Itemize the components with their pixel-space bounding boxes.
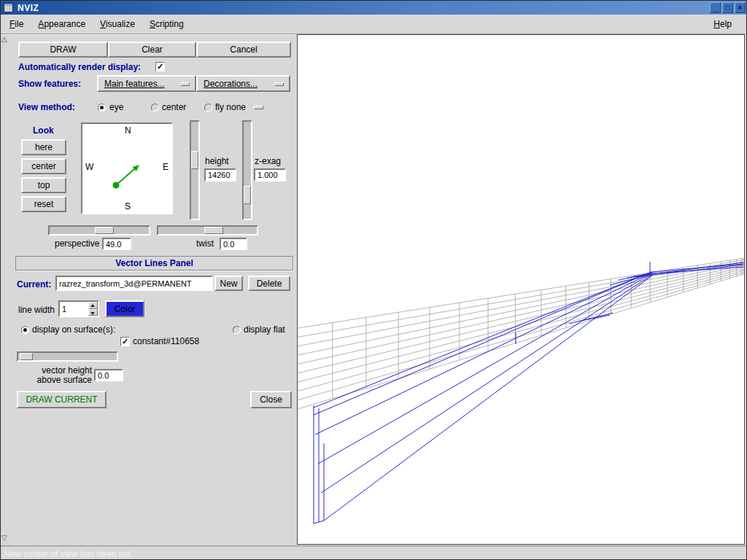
scroll-down-icon[interactable]: ▽ [1, 534, 7, 542]
look-reset-button[interactable]: reset [21, 196, 66, 212]
current-label: Current: [17, 279, 51, 289]
auto-render-label: Automatically render display: [18, 62, 141, 72]
surface-checkbox-label[interactable]: constant#110658 [133, 336, 199, 346]
perspective-entry[interactable]: 49.0 [102, 238, 131, 250]
spin-up-icon[interactable] [88, 302, 98, 309]
perspective-label: perspective [55, 238, 99, 249]
view-method-center-label[interactable]: center [162, 102, 186, 112]
draw-current-button[interactable]: DRAW CURRENT [17, 391, 107, 408]
terrain-wireframe [298, 35, 744, 544]
look-top-button[interactable]: top [21, 177, 66, 193]
panel-scroll-strip[interactable]: △ ▽ [1, 34, 10, 545]
spin-down-icon[interactable] [88, 309, 98, 316]
main-features-menubutton[interactable]: Main features... [97, 75, 196, 92]
color-button[interactable]: Color [105, 300, 144, 317]
maximize-button[interactable]: □ [722, 2, 733, 13]
line-width-label: line width [18, 305, 55, 315]
height-slider-thumb[interactable] [191, 151, 198, 169]
current-vector-entry[interactable]: razrez_transform_3d@PERMANENT [55, 276, 213, 291]
perspective-slider-thumb[interactable] [95, 227, 114, 234]
show-features-label: Show features: [18, 79, 81, 89]
twist-slider-thumb[interactable] [204, 227, 223, 234]
display-flat-radio[interactable] [233, 326, 241, 334]
look-center-button[interactable]: center [21, 158, 66, 174]
menu-file[interactable]: File [4, 17, 29, 31]
scroll-up-icon[interactable]: △ [1, 35, 7, 43]
zexag-label: z-exag [255, 156, 281, 166]
twist-slider[interactable] [157, 225, 258, 236]
view-method-label: View method: [18, 102, 75, 112]
draw-button[interactable]: DRAW [18, 42, 108, 58]
line-width-spinner[interactable]: 1 [58, 300, 99, 317]
vector-height-label-line1: vector height [30, 365, 92, 376]
close-button[interactable]: × [735, 2, 746, 13]
view-method-center-radio[interactable] [151, 104, 159, 112]
twist-entry[interactable]: 0.0 [220, 238, 247, 250]
menu-help[interactable]: Help [708, 17, 738, 31]
delete-button[interactable]: Delete [248, 276, 290, 291]
status-message: New center of view has been set [4, 549, 130, 559]
zexag-slider-thumb[interactable] [244, 186, 251, 204]
nviz-window: NVIZ _ □ × File Appearance Visualize Scr… [0, 0, 747, 560]
menu-appearance[interactable]: Appearance [32, 17, 91, 31]
titlebar[interactable]: NVIZ _ □ × [1, 1, 747, 15]
zexag-entry[interactable]: 1.000 [254, 168, 286, 182]
view-method-fly-label[interactable]: fly none [215, 102, 246, 112]
vector-height-slider-thumb[interactable] [20, 353, 33, 360]
menu-scripting[interactable]: Scripting [144, 17, 190, 31]
line-width-value: 1 [60, 302, 88, 316]
display-on-surfaces-label[interactable]: display on surface(s): [32, 324, 115, 335]
cancel-button[interactable]: Cancel [196, 42, 291, 58]
menu-indicator-icon [274, 82, 284, 86]
decorations-menubutton[interactable]: Decorations... [196, 75, 290, 92]
display-on-surfaces-radio[interactable] [21, 326, 29, 334]
app-icon [4, 3, 13, 12]
fly-mode-menu-indicator-icon[interactable] [254, 106, 263, 109]
menu-visualize[interactable]: Visualize [94, 17, 141, 31]
clear-button[interactable]: Clear [108, 42, 196, 58]
view-method-eye-radio[interactable] [98, 104, 106, 112]
display-flat-label[interactable]: display flat [244, 324, 285, 335]
statusbar: New center of view has been set [1, 545, 747, 560]
height-entry[interactable]: 14260 [204, 168, 236, 182]
vector-height-entry[interactable]: 0.0 [94, 369, 123, 381]
zexag-slider[interactable] [242, 120, 252, 220]
perspective-slider[interactable] [48, 225, 150, 236]
minimize-button[interactable]: _ [710, 2, 721, 13]
window-title: NVIZ [18, 3, 39, 13]
look-here-button[interactable]: here [21, 139, 66, 155]
new-button[interactable]: New [214, 276, 243, 291]
twist-label: twist [196, 238, 214, 249]
auto-render-checkbox[interactable]: ✓ [155, 62, 165, 71]
surface-checkbox[interactable]: ✓ [120, 337, 130, 346]
menubar: File Appearance Visualize Scripting Help [1, 15, 747, 34]
vector-height-label-line2: above surface [30, 375, 92, 385]
view-method-fly-radio[interactable] [204, 104, 212, 112]
height-label: height [205, 156, 229, 166]
main-features-label: Main features... [104, 79, 165, 89]
render-canvas[interactable] [297, 34, 745, 545]
decorations-label: Decorations... [204, 79, 258, 89]
view-method-eye-label[interactable]: eye [109, 102, 123, 112]
vector-height-slider[interactable] [17, 351, 118, 362]
view-position-widget[interactable]: N S W E [81, 122, 173, 214]
look-label: Look [33, 125, 54, 136]
view-direction-arrow [82, 124, 171, 213]
vector-lines-panel-title: Vector Lines Panel [115, 258, 193, 268]
vector-lines-panel-header: Vector Lines Panel [15, 256, 293, 271]
height-slider[interactable] [190, 120, 200, 220]
menu-indicator-icon [180, 82, 190, 86]
close-button-panel[interactable]: Close [250, 391, 292, 408]
